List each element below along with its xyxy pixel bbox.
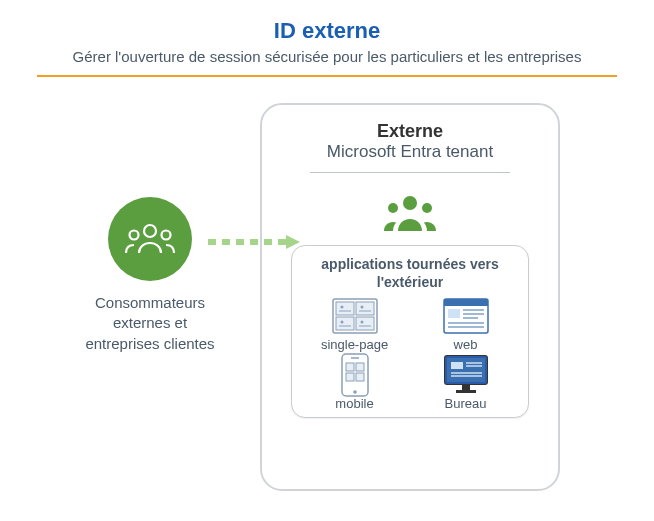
svg-rect-31 [356, 363, 364, 371]
svg-rect-33 [356, 373, 364, 381]
consumers-label: Consommateurs externes et entreprises cl… [80, 293, 220, 354]
svg-point-4 [388, 203, 398, 213]
svg-rect-10 [356, 317, 374, 330]
svg-rect-38 [456, 390, 476, 393]
page-subtitle: Gérer l'ouverture de session sécurisée p… [20, 48, 634, 65]
page-title: ID externe [20, 18, 634, 44]
svg-point-11 [340, 306, 343, 309]
svg-point-12 [360, 306, 363, 309]
mobile-app-icon [331, 356, 379, 394]
desktop-app-icon [442, 356, 490, 394]
diagram-content: Consommateurs externes et entreprises cl… [0, 77, 654, 507]
svg-rect-36 [447, 358, 485, 382]
svg-point-3 [403, 196, 417, 210]
svg-point-1 [130, 231, 139, 240]
svg-point-5 [422, 203, 432, 213]
svg-rect-20 [444, 299, 488, 306]
web-app-icon [442, 297, 490, 335]
apps-title: applications tournées vers l'extérieur [302, 256, 518, 291]
app-spa: single-page [302, 297, 407, 352]
svg-point-29 [353, 390, 357, 394]
consumers-node: Consommateurs externes et entreprises cl… [80, 197, 220, 354]
svg-rect-8 [356, 302, 374, 315]
app-desktop-label: Bureau [413, 396, 518, 411]
svg-point-2 [162, 231, 171, 240]
people-circle-icon [108, 197, 192, 281]
tenant-divider [310, 172, 510, 173]
apps-grid: single-page [302, 297, 518, 411]
people-group-icon [124, 219, 176, 259]
svg-rect-39 [451, 362, 463, 369]
header: ID externe Gérer l'ouverture de session … [0, 0, 654, 77]
svg-point-13 [340, 321, 343, 324]
tenant-node: Externe Microsoft Entra tenant applicati… [260, 103, 560, 491]
app-spa-label: single-page [302, 337, 407, 352]
tenant-users-icon [381, 193, 439, 233]
svg-rect-7 [336, 302, 354, 315]
apps-box: applications tournées vers l'extérieur [291, 245, 529, 418]
tenant-title: Externe [274, 121, 546, 142]
svg-rect-9 [336, 317, 354, 330]
app-web-label: web [413, 337, 518, 352]
app-mobile: mobile [302, 356, 407, 411]
svg-rect-37 [462, 384, 470, 390]
app-desktop: Bureau [413, 356, 518, 411]
tenant-subtitle: Microsoft Entra tenant [274, 142, 546, 162]
app-mobile-label: mobile [302, 396, 407, 411]
spa-app-icon [331, 297, 379, 335]
svg-rect-30 [346, 363, 354, 371]
svg-point-14 [360, 321, 363, 324]
svg-rect-21 [448, 309, 460, 318]
svg-point-0 [144, 225, 156, 237]
svg-rect-32 [346, 373, 354, 381]
app-web: web [413, 297, 518, 352]
